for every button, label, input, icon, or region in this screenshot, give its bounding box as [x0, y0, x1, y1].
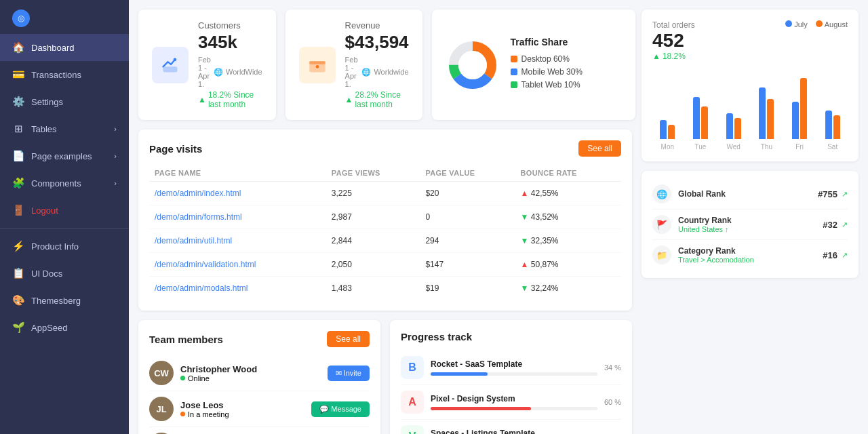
cell-page-name: /demo/admin/util.html: [149, 229, 326, 253]
team-member-item: JL Jose Leos In a meeting 💬 Message: [149, 391, 370, 427]
member-status: Online: [180, 374, 321, 382]
team-see-all-button[interactable]: See all: [327, 331, 370, 347]
progress-item: B Rocket - SaaS Template 34 %: [401, 351, 621, 385]
trend-down-icon: ▼: [521, 212, 529, 222]
svg-rect-3: [309, 61, 325, 64]
page-visits-header: Page visits See all: [149, 140, 621, 157]
sidebar-item-components[interactable]: 🧩 Components ›: [0, 170, 129, 197]
sidebar-item-tables[interactable]: ⊞ Tables ›: [0, 115, 129, 142]
rank-label: Country Rank United States ↑: [678, 216, 816, 233]
rank-list: 🌐 Global Rank #755 ↗ 🚩 Country Rank Unit…: [652, 179, 848, 270]
member-action-button[interactable]: ✉ Invite: [328, 366, 370, 381]
rank-value: #32: [823, 220, 837, 230]
team-members-card: Team members See all CW Christopher Wood…: [138, 320, 380, 434]
cell-bounce-rate: ▲ 42,55%: [515, 182, 621, 205]
bar-group: Tue: [686, 97, 716, 151]
tablet-dot: [511, 81, 517, 88]
progress-pct: 60 %: [604, 398, 621, 406]
traffic-item-mobile: Mobile Web 30%: [511, 67, 622, 77]
left-column: Customers 345k Feb 1 - Apr 1. 🌐 WorldWid…: [138, 9, 632, 425]
sidebar-item-themesberg[interactable]: 🎨 Themesberg: [0, 287, 129, 314]
product-info-icon: ⚡: [12, 240, 24, 252]
sidebar-label-settings: Settings: [31, 97, 63, 107]
trend-down-icon: ▼: [521, 283, 529, 293]
sidebar-item-settings[interactable]: ⚙️ Settings: [0, 88, 129, 115]
sidebar-item-logout[interactable]: 🚪 Logout: [0, 197, 129, 224]
cell-page-name: /demo/admin/validation.html: [149, 253, 326, 277]
progress-pct: 34 %: [604, 363, 621, 372]
progress-icon: V: [401, 425, 424, 434]
page-visits-see-all-button[interactable]: See all: [578, 140, 621, 157]
rank-sub: Travel > Accomodation: [678, 256, 816, 264]
total-orders-growth: ▲ 18.2%: [652, 52, 695, 61]
customers-value: 345k: [198, 32, 262, 53]
revenue-region: Worldwide: [374, 68, 408, 76]
rank-card: 🌐 Global Rank #755 ↗ 🚩 Country Rank Unit…: [642, 171, 859, 278]
rank-trend-icon: ↗: [842, 220, 848, 229]
traffic-title: Traffic Share: [511, 37, 622, 47]
customers-region: WorldWide: [226, 68, 262, 76]
progress-bar: [431, 372, 488, 376]
progress-details: Rocket - SaaS Template: [431, 359, 597, 376]
components-icon: 🧩: [12, 177, 24, 189]
bar-group: Sat: [817, 111, 848, 151]
member-name: Jose Leos: [180, 400, 304, 410]
sidebar-item-appseed[interactable]: 🌱 AppSeed: [0, 314, 129, 341]
status-text: Online: [188, 374, 210, 382]
revenue-date: Feb 1 - Apr 1.: [345, 56, 359, 88]
progress-header: Progress track: [401, 331, 621, 342]
total-orders-header: Total orders 452 ▲ 18.2% July August: [652, 20, 848, 61]
right-column: Total orders 452 ▲ 18.2% July August Mon: [642, 9, 859, 425]
cell-page-value: 294: [420, 229, 515, 253]
components-arrow-icon: ›: [114, 179, 117, 187]
sidebar-item-page-examples[interactable]: 📄 Page examples ›: [0, 142, 129, 170]
sidebar-label-dashboard: Dashboard: [31, 43, 75, 53]
svg-rect-0: [163, 66, 178, 72]
stats-row: Customers 345k Feb 1 - Apr 1. 🌐 WorldWid…: [138, 9, 632, 120]
sidebar-item-product-info[interactable]: ⚡ Product Info: [0, 233, 129, 260]
team-members-list: CW Christopher Wood Online ✉ Invite JL J…: [149, 355, 370, 434]
revenue-info: Revenue $43,594 Feb 1 - Apr 1. 🌐 Worldwi…: [345, 20, 409, 109]
sidebar-item-transactions[interactable]: 💳 Transactions: [0, 61, 129, 88]
trend-down-icon: ▼: [521, 236, 529, 245]
table-row: /demo/admin/modals.html 1,483 $19 ▼ 32,2…: [149, 277, 621, 300]
status-text: In a meeting: [188, 410, 229, 418]
member-name: Christopher Wood: [180, 364, 321, 374]
sidebar-item-dashboard[interactable]: 🏠 Dashboard: [0, 34, 129, 61]
cell-page-views: 2,987: [326, 205, 420, 229]
revenue-title: Revenue: [345, 20, 409, 31]
page-visits-title: Page visits: [149, 143, 202, 155]
ui-docs-icon: 📋: [12, 267, 24, 279]
svg-point-4: [315, 65, 319, 68]
bar-august: [701, 106, 708, 139]
up-arrow-icon: ▲: [198, 95, 206, 104]
table-row: /demo/admin/forms.html 2,987 0 ▼ 43,52%: [149, 205, 621, 229]
sidebar-item-ui-docs[interactable]: 📋 UI Docs: [0, 260, 129, 287]
cell-bounce-rate: ▼ 32,35%: [515, 229, 621, 253]
progress-name: Pixel - Design System: [431, 394, 597, 403]
total-orders-left: Total orders 452 ▲ 18.2%: [652, 20, 695, 61]
cell-page-views: 1,483: [326, 277, 420, 300]
page-visits-table: PAGE NAME PAGE VIEWS PAGE VALUE BOUNCE R…: [149, 165, 621, 300]
trend-up-icon: ▲: [521, 260, 529, 269]
member-info: Jose Leos In a meeting: [180, 400, 304, 418]
desktop-dot: [511, 56, 517, 62]
team-title: Team members: [149, 334, 223, 345]
bar-group: Mon: [652, 120, 683, 151]
svg-point-9: [458, 51, 487, 79]
traffic-item-tablet: Tablet Web 10%: [511, 80, 622, 90]
july-dot: [785, 20, 792, 27]
cell-page-name: /demo/admin/modals.html: [149, 277, 326, 300]
member-action-button[interactable]: 💬 Message: [311, 401, 370, 417]
main-content: Customers 345k Feb 1 - Apr 1. 🌐 WorldWid…: [129, 0, 868, 434]
customers-info: Customers 345k Feb 1 - Apr 1. 🌐 WorldWid…: [198, 20, 262, 109]
rank-item: 🚩 Country Rank United States ↑ #32 ↗: [652, 210, 848, 240]
progress-title: Progress track: [401, 331, 472, 342]
cell-page-value: $19: [420, 277, 515, 300]
progress-details: Spaces - Listings Template: [431, 429, 597, 434]
bar-july: [792, 102, 799, 139]
bar-pair: [759, 87, 774, 139]
customers-title: Customers: [198, 20, 262, 31]
col-bounce-rate: BOUNCE RATE: [515, 165, 621, 182]
rank-label: Category Rank Travel > Accomodation: [678, 246, 816, 264]
